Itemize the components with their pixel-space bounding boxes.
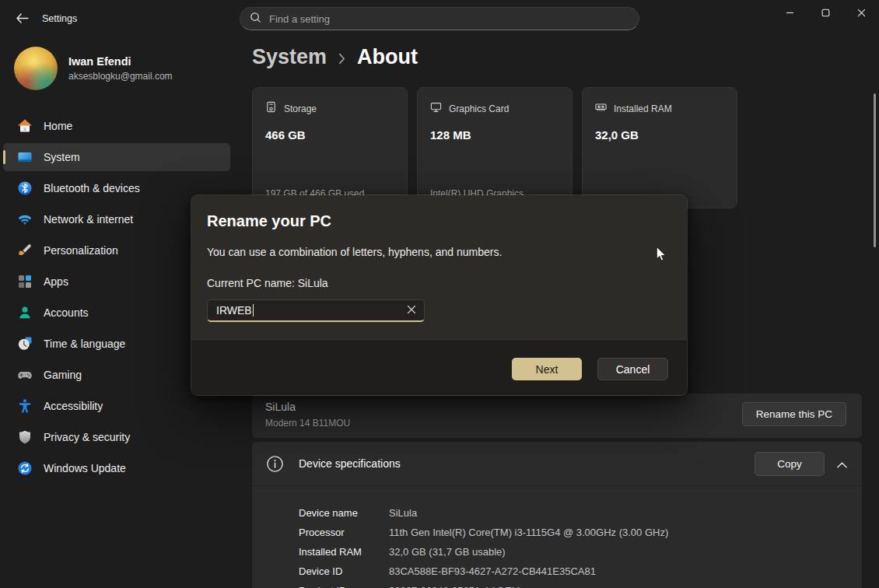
text-caret [253,304,254,317]
info-icon [266,455,284,476]
user-profile[interactable]: Iwan Efendi aksesblogku@gmail.com [14,46,224,91]
collapse-button[interactable] [832,457,851,471]
dialog-title: Rename your PC [207,212,671,230]
cancel-button[interactable]: Cancel [597,358,668,380]
avatar [14,47,58,90]
search-icon [250,12,269,26]
current-pc-name-label: Current PC name: SiLula [207,277,671,289]
graphics-card-icon [430,101,442,116]
page-title: About [357,45,418,69]
accessibility-icon [17,398,33,414]
dialog-footer: Next Cancel [191,341,687,396]
windows-update-icon [17,460,33,476]
rename-pc-dialog: Rename your PC You can use a combination… [191,194,688,396]
sidebar-item-label: Accounts [44,306,89,319]
minimize-icon [786,8,794,19]
scrollbar-thumb[interactable] [874,93,876,247]
device-specifications-card: Device specifications Copy Device name S… [252,442,862,588]
close-button[interactable] [843,0,879,26]
installed-ram-card: Installed RAM 32,0 GB [582,87,737,208]
card-label: Storage [284,103,317,114]
ram-icon [595,101,607,116]
rename-this-pc-button[interactable]: Rename this PC [742,402,846,426]
user-name: Iwan Efendi [68,55,173,68]
spec-value: 11th Gen Intel(R) Core(TM) i3-1115G4 @ 3… [389,527,668,538]
spec-value: SiLula [389,507,417,519]
sidebar-item-system[interactable]: System [3,143,230,171]
overview-cards: Storage 466 GB 197 GB of 466 GB used Gra… [252,87,737,208]
sidebar-item-accessibility[interactable]: Accessibility [3,392,230,420]
spec-row: Device name SiLula [252,503,862,523]
personalization-icon [17,243,33,258]
spec-label: Installed RAM [299,546,389,558]
user-email: aksesblogku@gmail.com [68,71,173,82]
device-specifications-header[interactable]: Device specifications Copy [252,442,862,486]
breadcrumb-system[interactable]: System [252,45,327,69]
dialog-description: You can use a combination of letters, hy… [207,246,671,258]
chevron-up-icon [837,459,847,471]
back-button[interactable] [9,9,34,30]
card-value: 466 GB [265,128,394,142]
spec-label: Device ID [299,565,389,577]
sidebar-item-label: Accessibility [44,400,103,412]
pc-name: SiLula [265,401,296,413]
sidebar-item-label: Home [44,120,72,132]
spec-table: Device name SiLula Processor 11th Gen In… [252,486,862,588]
close-icon [857,8,866,19]
spec-value: 00327-36343-35651-AAOEM [389,585,520,588]
search-box [240,7,639,30]
pc-name-card: SiLula Modern 14 B11MOU Rename this PC [252,394,862,438]
card-label: Graphics Card [449,103,509,114]
sidebar-item-windows-update[interactable]: Windows Update [3,454,230,482]
pc-model: Modern 14 B11MOU [265,418,350,429]
privacy-icon [17,429,33,445]
apps-icon [17,274,33,289]
spec-label: Processor [299,527,389,538]
spec-row: Product ID 00327-36343-35651-AAOEM [252,581,862,588]
card-value: 32,0 GB [595,128,724,142]
sidebar-item-label: System [44,151,80,163]
back-icon [16,13,29,26]
sidebar-item-label: Windows Update [44,462,126,474]
spec-label: Product ID [299,585,389,588]
storage-icon [265,101,277,116]
section-title: Device specifications [299,457,401,470]
spec-value: 32,0 GB (31,7 GB usable) [389,546,506,558]
bluetooth-icon [17,180,33,196]
sidebar-item-privacy-security[interactable]: Privacy & security [3,423,230,451]
sidebar-item-label: Gaming [44,369,82,381]
spec-row: Device ID 83CA588E-BF93-4627-A272-CB441E… [252,562,862,581]
sidebar-item-label: Personalization [44,244,118,257]
network-icon [17,212,33,227]
card-label: Installed RAM [614,103,672,114]
sidebar-item-label: Network & internet [44,213,133,226]
window-controls [772,0,879,26]
sidebar-item-label: Privacy & security [44,431,130,443]
spec-value: 83CA588E-BF93-4627-A272-CB441E35CA81 [389,565,596,577]
accounts-icon [17,305,33,320]
search-input[interactable] [269,13,629,25]
sidebar-item-label: Time & language [44,338,125,350]
pc-name-input[interactable]: IRWEB [207,299,425,322]
card-value: 128 MB [430,128,559,142]
copy-button[interactable]: Copy [755,452,825,476]
home-icon [17,118,33,134]
spec-row: Processor 11th Gen Intel(R) Core(TM) i3-… [252,523,862,542]
gaming-icon [17,367,33,383]
selected-indicator [3,150,5,164]
app-title: Settings [42,13,77,24]
clear-input-button[interactable] [404,303,419,318]
graphics-card-card: Graphics Card 128 MB Intel(R) UHD Graphi… [417,87,573,208]
system-icon [17,149,33,165]
pc-name-input-value: IRWEB [216,304,252,317]
sidebar-item-home[interactable]: Home [3,112,230,140]
maximize-button[interactable] [807,0,843,26]
minimize-button[interactable] [772,0,807,26]
spec-label: Device name [299,507,389,519]
breadcrumb: System About [252,45,418,69]
spec-row: Installed RAM 32,0 GB (31,7 GB usable) [252,542,862,562]
titlebar: Settings [0,0,879,37]
next-button[interactable]: Next [512,358,582,380]
time-language-icon [17,336,33,352]
clear-icon [407,305,416,317]
